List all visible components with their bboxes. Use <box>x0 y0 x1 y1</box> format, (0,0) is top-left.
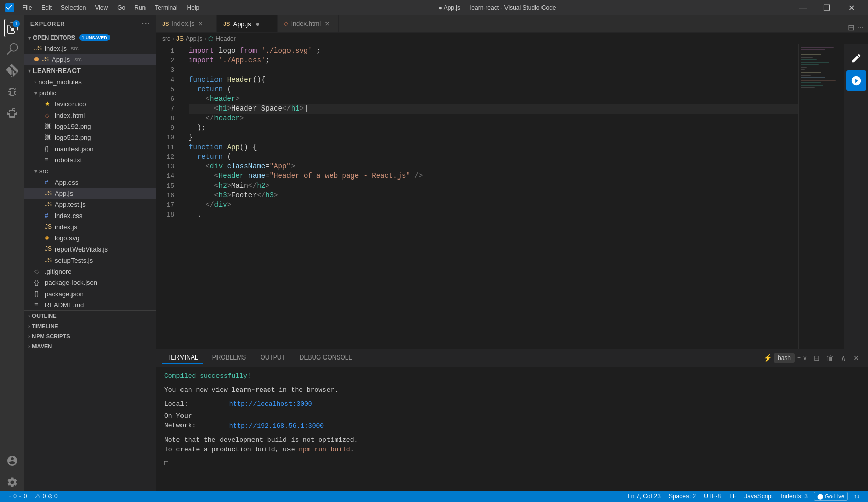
file-logo192[interactable]: 🖼 logo192.png <box>24 121 156 132</box>
terminal-add-icon[interactable]: + <box>797 354 801 362</box>
menu-terminal[interactable]: Terminal <box>151 3 182 13</box>
terminal-tab-problems[interactable]: PROBLEMS <box>207 352 251 364</box>
outline-section[interactable]: › OUTLINE <box>24 311 156 321</box>
file-logo512[interactable]: 🖼 logo512.png <box>24 132 156 143</box>
local-url[interactable]: http://localhost:3000 <box>229 400 312 408</box>
project-root[interactable]: ▾ LEARN-REACT <box>24 65 156 76</box>
activity-debug[interactable] <box>4 83 21 100</box>
file-report-web[interactable]: JS reportWebVitals.js <box>24 243 156 255</box>
folder-src[interactable]: ▾ src <box>24 165 156 176</box>
file-index-js[interactable]: JS index.js <box>24 221 156 232</box>
activity-search[interactable] <box>4 41 21 58</box>
open-editors-section[interactable]: ▾ OPEN EDITORS 1 UNSAVED <box>24 32 156 43</box>
activity-account[interactable] <box>4 452 21 470</box>
live-share-icon[interactable] <box>846 70 866 91</box>
code-editor[interactable]: 1 2 3 4 5 6 7 8 9 10 11 12 13 <box>156 44 798 349</box>
file-app-css[interactable]: # App.css <box>24 176 156 188</box>
file-index-html[interactable]: ◇ index.html <box>24 110 156 121</box>
file-gitignore[interactable]: ◇ .gitignore <box>24 266 156 277</box>
code-line-11: function App() { <box>189 142 798 152</box>
bash-selector[interactable]: ⚡ bash + ∨ <box>763 353 807 363</box>
activity-extensions[interactable] <box>4 104 21 122</box>
minimap-line <box>801 64 819 65</box>
file-package-json[interactable]: {} package.json <box>24 288 156 299</box>
minimize-button[interactable]: — <box>791 0 814 15</box>
activity-settings[interactable] <box>4 474 21 491</box>
activity-git[interactable] <box>4 62 21 79</box>
bash-label[interactable]: bash <box>774 353 795 363</box>
sidebar-more-button[interactable]: ··· <box>142 19 150 28</box>
git-branch-status[interactable]: ⑃ 0 △ 0 <box>6 493 29 500</box>
file-manifest[interactable]: {} manifest.json <box>24 143 156 154</box>
file-readme[interactable]: ≡ README.md <box>24 299 156 310</box>
split-editor-button[interactable]: ⊟ <box>848 23 854 32</box>
folder-public[interactable]: ▾ public <box>24 87 156 98</box>
notifications-status[interactable]: ↑↓ <box>852 493 862 500</box>
menu-file[interactable]: File <box>18 3 36 13</box>
code-lines[interactable]: import logo from './logo.svg' ; import '… <box>180 44 798 349</box>
terminal-tab-debug[interactable]: DEBUG CONSOLE <box>295 352 358 364</box>
timeline-section[interactable]: › TIMELINE <box>24 321 156 331</box>
copilot-icon[interactable] <box>846 48 866 68</box>
maven-section[interactable]: › MAVEN <box>24 341 156 351</box>
png-icon-2: 🖼 <box>45 134 53 141</box>
activity-explorer[interactable]: 1 <box>4 19 21 37</box>
terminal-content[interactable]: Compiled successfully! You can now view … <box>156 367 868 491</box>
file-logo-svg[interactable]: ◈ logo.svg <box>24 232 156 243</box>
maximize-panel-button[interactable]: ∧ <box>838 352 849 364</box>
tab-app-js[interactable]: JS App.js ● <box>217 15 278 32</box>
network-url[interactable]: http://192.168.56.1:3000 <box>229 422 324 429</box>
file-index-css[interactable]: # index.css <box>24 210 156 221</box>
code-content[interactable]: 1 2 3 4 5 6 7 8 9 10 11 12 13 <box>156 44 798 349</box>
breadcrumb-src[interactable]: src <box>162 35 170 42</box>
line-ending-status[interactable]: LF <box>727 493 738 500</box>
timeline-chevron: › <box>28 324 30 329</box>
file-app-js[interactable]: JS App.js <box>24 188 156 199</box>
breadcrumb-app-js[interactable]: App.js <box>186 35 202 42</box>
folder-node-modules[interactable]: › node_modules <box>24 76 156 87</box>
terminal-tab-output[interactable]: OUTPUT <box>255 352 290 364</box>
delete-terminal-button[interactable]: 🗑 <box>824 352 836 364</box>
tab-dirty-indicator[interactable]: ● <box>255 19 261 29</box>
file-package-lock[interactable]: {} package-lock.json <box>24 277 156 288</box>
terminal-urls: Local: http://localhost:3000 On Your Net… <box>164 399 860 431</box>
encoding-status[interactable]: UTF-8 <box>702 493 723 500</box>
cursor-position[interactable]: Ln 7, Col 23 <box>626 493 663 500</box>
open-editor-index-js[interactable]: JS index.js src <box>24 43 156 54</box>
menu-help[interactable]: Help <box>183 3 204 13</box>
close-button[interactable]: ✕ <box>840 0 863 15</box>
npm-scripts-section[interactable]: › NPM SCRIPTS <box>24 331 156 341</box>
menu-selection[interactable]: Selection <box>57 3 90 13</box>
error-warning-status[interactable]: ⚠ 0 ⊘ 0 <box>33 493 59 500</box>
menu-view[interactable]: View <box>91 3 112 13</box>
file-app-test[interactable]: JS App.test.js <box>24 199 156 210</box>
open-editor-index-js-name: index.js <box>45 45 67 52</box>
open-editor-app-js[interactable]: JS App.js src <box>24 54 156 65</box>
go-live-button[interactable]: ⬤ Go Live <box>814 492 848 501</box>
minimap-content <box>799 44 844 349</box>
tab-index-html[interactable]: ◇ index.html × <box>278 15 339 32</box>
file-setup-tests[interactable]: JS setupTests.js <box>24 255 156 266</box>
menu-run[interactable]: Run <box>130 3 150 13</box>
tab-index-js-close[interactable]: × <box>198 19 204 29</box>
menu-edit[interactable]: Edit <box>37 3 56 13</box>
split-terminal-button[interactable]: ⊟ <box>811 352 822 364</box>
file-robots[interactable]: ≡ robots.txt <box>24 154 156 165</box>
code-line-17: </div> <box>189 200 798 210</box>
terminal-tab-terminal[interactable]: TERMINAL <box>162 352 203 364</box>
language-status[interactable]: JavaScript <box>742 493 775 500</box>
indents-status[interactable]: Indents: 3 <box>779 493 810 500</box>
terminal-dropdown-icon[interactable]: ∨ <box>803 354 807 362</box>
close-panel-button[interactable]: ✕ <box>851 352 862 364</box>
tab-index-js[interactable]: JS index.js × <box>156 15 217 32</box>
tab-index-html-close[interactable]: × <box>324 19 330 29</box>
menu-go[interactable]: Go <box>113 3 129 13</box>
menu-bar[interactable]: File Edit Selection View Go Run Terminal… <box>18 3 203 13</box>
maximize-button[interactable]: ❐ <box>815 0 839 15</box>
editor-more-button[interactable]: ··· <box>857 23 864 32</box>
js-icon-report: JS <box>45 245 53 253</box>
spaces-status[interactable]: Spaces: 2 <box>667 493 698 500</box>
breadcrumb-header[interactable]: Header <box>215 35 235 42</box>
window-controls[interactable]: — ❐ ✕ <box>791 0 863 15</box>
file-favicon[interactable]: ★ favicon.ico <box>24 98 156 110</box>
